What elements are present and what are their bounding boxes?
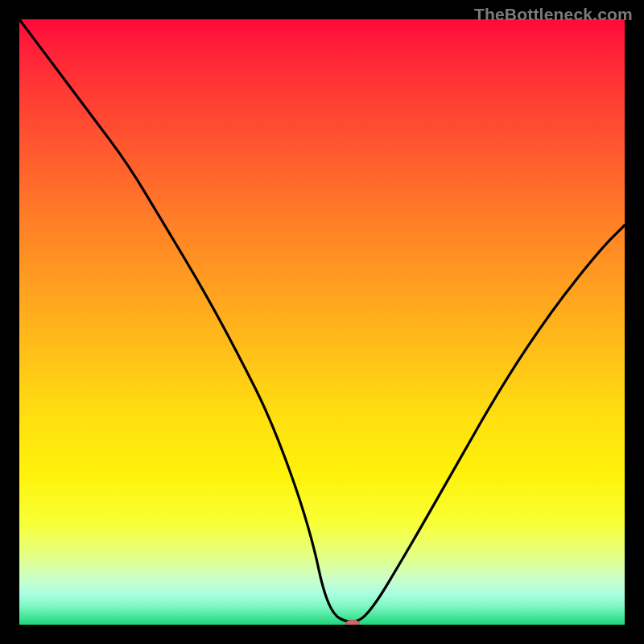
plot-area <box>19 19 625 625</box>
chart-stage: TheBottleneck.com <box>0 0 644 644</box>
bottleneck-curve <box>19 19 625 625</box>
bottleneck-marker <box>345 620 360 625</box>
watermark-text: TheBottleneck.com <box>474 5 633 24</box>
